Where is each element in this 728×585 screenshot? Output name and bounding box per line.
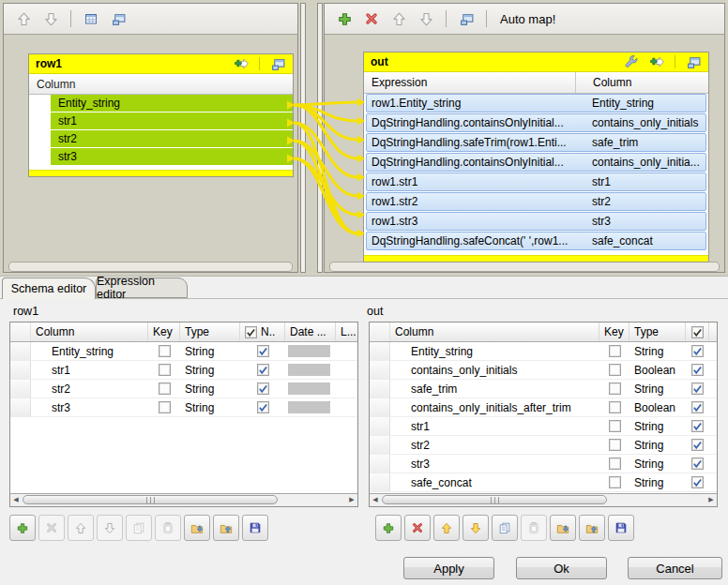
out-expression-cell[interactable]: row1.Entity_string [367, 97, 577, 110]
out-mapping-row[interactable]: row1.str3str3 [366, 212, 706, 231]
out-column-cell[interactable]: str2 [577, 195, 705, 208]
schema-row[interactable]: Entity_stringString [370, 342, 717, 361]
col-header-key[interactable]: Key [148, 322, 180, 341]
scroll-down-button[interactable] [40, 8, 61, 29]
move-down-button[interactable] [416, 8, 436, 29]
table-view-button[interactable] [81, 8, 101, 29]
schema-column-type[interactable]: String [180, 398, 240, 416]
key-checkbox[interactable] [599, 417, 629, 435]
out-column-cell[interactable]: safe_concat [577, 234, 705, 248]
schema-column-type[interactable]: String [629, 417, 686, 435]
key-checkbox[interactable] [148, 361, 180, 379]
auto-map-button[interactable]: Auto map! [496, 12, 559, 26]
out-column-cell[interactable]: safe_trim [577, 136, 705, 149]
schema-column-type[interactable]: String [629, 436, 686, 454]
nullable-checkbox[interactable] [240, 398, 285, 416]
schema-column-type[interactable]: String [629, 342, 686, 360]
nullable-checkbox[interactable] [686, 398, 709, 416]
output-panel-hscrollbar[interactable] [329, 262, 720, 272]
move-column-down-button[interactable] [463, 515, 489, 541]
scrollbar-thumb[interactable] [382, 495, 607, 504]
schema-row[interactable]: Entity_stringString [10, 342, 357, 361]
nullable-checkbox[interactable] [240, 380, 285, 398]
schema-row[interactable]: contains_only_initialsBoolean [370, 361, 717, 380]
export-schema-button[interactable] [213, 515, 239, 541]
import-schema-button[interactable] [184, 515, 210, 541]
out-table-titlebar[interactable]: out [364, 52, 708, 72]
out-column-cell[interactable]: str3 [577, 215, 705, 228]
out-expression-cell[interactable]: DqStringHandling.safeConcat(' ',row1... [367, 234, 577, 248]
schema-row[interactable]: contains_only_initials_after_trimBoolean [370, 398, 717, 417]
schema-column-type[interactable]: Boolean [629, 398, 686, 416]
schema-row[interactable]: safe_trimString [370, 380, 717, 398]
out-mapping-row[interactable]: DqStringHandling.safeTrim(row1.Enti...sa… [366, 133, 706, 152]
scroll-left-arrow[interactable]: ◀ [370, 494, 381, 505]
key-checkbox[interactable] [148, 342, 180, 360]
out-mapping-row[interactable]: DqStringHandling.safeConcat(' ',row1...s… [366, 232, 706, 250]
save-schema-button[interactable] [608, 515, 634, 541]
schema-row[interactable]: str2String [370, 436, 717, 455]
out-mapping-row[interactable]: row1.str1str1 [366, 172, 706, 191]
col-header-column[interactable]: Column [31, 322, 148, 341]
remove-output-button[interactable] [361, 8, 382, 29]
add-column-button[interactable] [375, 515, 402, 541]
row1-column-row[interactable]: str3 [29, 148, 293, 165]
nullable-checkbox[interactable] [240, 342, 285, 360]
key-checkbox[interactable] [599, 361, 629, 379]
out-expression-cell[interactable]: DqStringHandling.containsOnlyInitial... [367, 116, 577, 129]
add-output-button[interactable] [334, 8, 355, 29]
key-checkbox[interactable] [599, 342, 629, 360]
schema-row[interactable]: str3String [370, 455, 717, 473]
nullable-checkbox[interactable] [686, 342, 709, 360]
scroll-up-button[interactable] [13, 8, 34, 29]
col-header-column[interactable]: Column [390, 322, 599, 341]
nullable-checkbox[interactable] [686, 417, 709, 435]
schema-column-type[interactable]: Boolean [629, 361, 686, 379]
col-header-length[interactable]: L... [336, 322, 357, 341]
splitter-sash-right[interactable] [317, 3, 323, 273]
out-mapping-row[interactable]: row1.Entity_stringEntity_string [366, 94, 706, 112]
col-header-date-pattern[interactable]: Date ... [285, 322, 336, 341]
nullable-checkbox[interactable] [686, 380, 709, 398]
schema-column-type[interactable]: String [180, 361, 240, 379]
out-expression-cell[interactable]: DqStringHandling.containsOnlyInitial... [367, 156, 577, 169]
row1-column-row[interactable]: str1 [29, 112, 293, 129]
ok-button[interactable]: Ok [516, 557, 607, 579]
col-header-type[interactable]: Type [629, 322, 686, 341]
col-header-nullable[interactable] [686, 322, 709, 341]
schema-column-type[interactable]: String [180, 380, 240, 398]
out-column-cell[interactable]: contains_only_initials [577, 116, 705, 129]
scroll-right-arrow[interactable]: ▶ [705, 494, 717, 505]
out-mapping-row[interactable]: row1.str2str2 [366, 192, 706, 211]
save-schema-button[interactable] [242, 515, 268, 541]
delete-column-button[interactable] [404, 515, 431, 541]
out-expression-cell[interactable]: row1.str3 [367, 215, 577, 228]
key-checkbox[interactable] [599, 473, 629, 491]
scroll-left-arrow[interactable]: ◀ [10, 494, 22, 505]
schema-left-hscrollbar[interactable]: ◀ ▶ [10, 493, 357, 506]
schema-right-hscrollbar[interactable]: ◀ ▶ [370, 493, 717, 506]
export-schema-button[interactable] [579, 515, 605, 541]
tab-schema-editor[interactable]: Schema editor [2, 278, 96, 299]
minimize-table-icon[interactable] [683, 52, 704, 72]
col-header-nullable[interactable]: N.. [240, 322, 285, 341]
nullable-checkbox[interactable] [686, 436, 709, 454]
minimize-panel-button[interactable] [456, 8, 477, 29]
schema-column-type[interactable]: String [629, 473, 686, 491]
import-schema-button[interactable] [550, 515, 576, 541]
out-column-cell[interactable]: str1 [577, 175, 705, 188]
tab-expression-editor[interactable]: Expression editor [96, 278, 188, 298]
minimize-panel-button[interactable] [108, 8, 129, 29]
move-column-up-button[interactable] [433, 515, 460, 541]
schema-row[interactable]: str2String [10, 380, 357, 398]
add-column-button[interactable] [9, 515, 36, 541]
key-checkbox[interactable] [599, 455, 629, 472]
out-mapping-row[interactable]: DqStringHandling.containsOnlyInitial...c… [366, 153, 706, 172]
splitter-sash-left[interactable] [300, 3, 306, 273]
out-column-cell[interactable]: contains_only_initia... [577, 156, 705, 169]
scrollbar-thumb[interactable] [23, 495, 278, 504]
col-header-key[interactable]: Key [599, 322, 629, 341]
out-expression-cell[interactable]: row1.str2 [367, 195, 577, 208]
out-expression-cell[interactable]: DqStringHandling.safeTrim(row1.Enti... [367, 136, 577, 149]
add-link-icon[interactable] [231, 53, 251, 74]
